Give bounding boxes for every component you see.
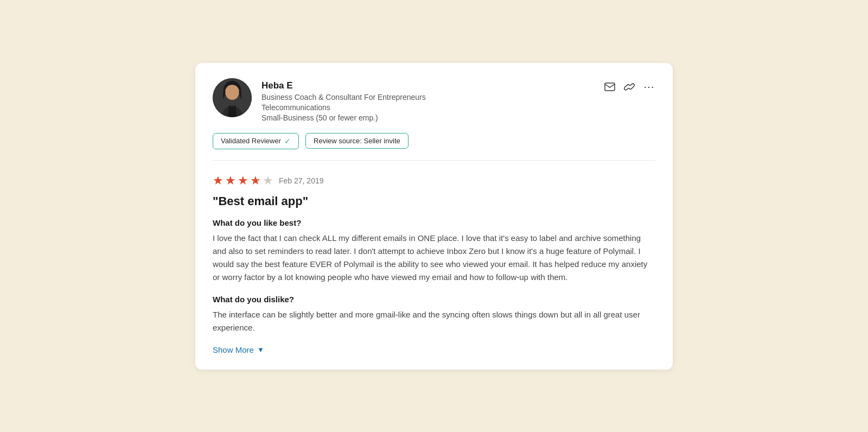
reviewer-size: Small-Business (50 or fewer emp.) <box>261 113 426 122</box>
reviewer-role: Business Coach & Consultant For Entrepre… <box>261 93 426 101</box>
avatar <box>213 78 252 117</box>
review-card: Heba E Business Coach & Consultant For E… <box>195 63 673 370</box>
star-3: ★ <box>238 174 248 188</box>
validated-reviewer-label: Validated Reviewer <box>221 137 281 145</box>
star-2: ★ <box>225 174 236 188</box>
svg-point-2 <box>225 85 239 100</box>
chevron-down-icon: ▼ <box>257 346 264 354</box>
review-date: Feb 27, 2019 <box>279 176 324 185</box>
reviewer-details: Heba E Business Coach & Consultant For E… <box>261 78 426 122</box>
validated-reviewer-badge[interactable]: Validated Reviewer ✓ <box>213 133 299 149</box>
star-4: ★ <box>250 174 261 188</box>
card-actions: ⋯ <box>604 78 655 93</box>
review-source-label: Review source: Seller invite <box>314 137 400 145</box>
review-source-badge: Review source: Seller invite <box>305 133 409 149</box>
reviewer-industry: Telecommunications <box>261 103 426 112</box>
badges-row: Validated Reviewer ✓ Review source: Sell… <box>195 133 673 160</box>
review-title: "Best email app" <box>213 194 655 208</box>
rating-row: ★ ★ ★ ★ ★ Feb 27, 2019 <box>213 174 655 188</box>
show-more-label: Show More <box>213 345 254 354</box>
email-icon[interactable] <box>604 82 615 91</box>
question-1-answer: I love the fact that I can check ALL my … <box>213 232 655 284</box>
check-icon: ✓ <box>284 137 291 145</box>
question-2-label: What do you dislike? <box>213 295 655 304</box>
card-top: Heba E Business Coach & Consultant For E… <box>195 63 673 133</box>
show-more-button[interactable]: Show More ▼ <box>213 345 655 354</box>
question-1-label: What do you like best? <box>213 218 655 227</box>
svg-rect-3 <box>605 83 615 91</box>
reviewer-info: Heba E Business Coach & Consultant For E… <box>213 78 426 122</box>
more-options-icon[interactable]: ⋯ <box>643 80 655 93</box>
star-5: ★ <box>263 174 273 188</box>
link-icon[interactable] <box>624 81 635 92</box>
review-section: ★ ★ ★ ★ ★ Feb 27, 2019 "Best email app" … <box>195 161 673 370</box>
star-1: ★ <box>213 174 224 188</box>
stars: ★ ★ ★ ★ ★ <box>213 174 273 188</box>
reviewer-name: Heba E <box>261 80 426 91</box>
question-2-answer: The interface can be slightly better and… <box>213 308 655 334</box>
